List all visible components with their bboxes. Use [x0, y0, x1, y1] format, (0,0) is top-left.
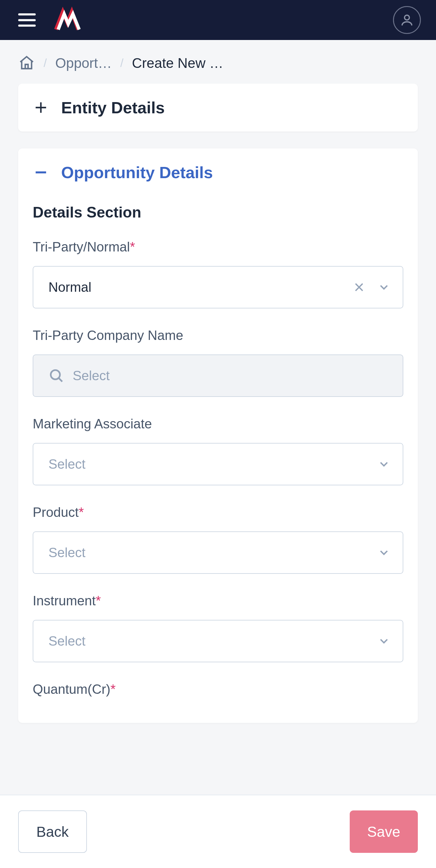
field-quantum: Quantum(Cr)*: [33, 682, 403, 697]
breadcrumb-opportunities[interactable]: Opport…: [56, 55, 112, 71]
label-triparty-normal: Tri-Party/Normal*: [33, 239, 403, 254]
select-marketing-associate[interactable]: Select: [33, 443, 403, 485]
field-triparty-normal: Tri-Party/Normal* Normal: [33, 239, 403, 308]
select-marketing-associate-placeholder: Select: [48, 457, 377, 472]
breadcrumb-current: Create New …: [132, 55, 224, 71]
entity-details-toggle[interactable]: Entity Details: [18, 84, 418, 131]
select-triparty-company[interactable]: Select: [33, 354, 403, 397]
header-left: [18, 6, 80, 34]
label-triparty-company: Tri-Party Company Name: [33, 328, 403, 343]
select-product-placeholder: Select: [48, 545, 377, 560]
svg-line-7: [59, 378, 62, 382]
home-icon[interactable]: [18, 55, 35, 71]
label-instrument: Instrument*: [33, 593, 403, 608]
label-marketing-associate: Marketing Associate: [33, 416, 403, 431]
back-button[interactable]: Back: [18, 810, 87, 853]
save-button[interactable]: Save: [350, 810, 418, 853]
field-instrument: Instrument* Select: [33, 593, 403, 662]
opportunity-details-card: Opportunity Details Details Section Tri-…: [18, 149, 418, 723]
label-quantum: Quantum(Cr)*: [33, 682, 403, 697]
field-triparty-company: Tri-Party Company Name Select: [33, 328, 403, 397]
label-product: Product*: [33, 505, 403, 520]
field-marketing-associate: Marketing Associate Select: [33, 416, 403, 485]
app-header: [0, 0, 436, 40]
opportunity-details-body: Details Section Tri-Party/Normal* Normal: [18, 204, 418, 723]
details-section-heading: Details Section: [33, 204, 403, 221]
entity-details-card: Entity Details: [18, 84, 418, 131]
app-logo: [53, 6, 80, 34]
footer-bar: Back Save: [0, 795, 436, 868]
search-icon: [48, 368, 64, 383]
entity-details-title: Entity Details: [61, 98, 165, 117]
breadcrumb-separator: /: [120, 57, 124, 70]
breadcrumb-separator: /: [44, 57, 47, 70]
opportunity-details-toggle[interactable]: Opportunity Details: [18, 149, 418, 196]
menu-icon[interactable]: [18, 13, 36, 27]
chevron-down-icon[interactable]: [377, 281, 391, 294]
svg-point-6: [51, 370, 60, 379]
field-product: Product* Select: [33, 505, 403, 574]
user-avatar-icon[interactable]: [393, 6, 421, 34]
select-instrument-placeholder: Select: [48, 633, 377, 649]
chevron-down-icon[interactable]: [377, 546, 391, 559]
chevron-down-icon[interactable]: [377, 458, 391, 471]
select-instrument[interactable]: Select: [33, 620, 403, 662]
minus-icon: [34, 165, 48, 179]
breadcrumb: / Opport… / Create New …: [0, 40, 436, 84]
plus-icon: [34, 101, 48, 115]
select-triparty-company-placeholder: Select: [73, 368, 110, 383]
chevron-down-icon[interactable]: [377, 634, 391, 648]
select-product[interactable]: Select: [33, 531, 403, 574]
select-triparty-normal[interactable]: Normal: [33, 266, 403, 308]
select-triparty-normal-value: Normal: [48, 280, 353, 295]
clear-icon[interactable]: [353, 281, 365, 293]
opportunity-details-title: Opportunity Details: [61, 163, 213, 182]
svg-point-0: [404, 15, 409, 20]
